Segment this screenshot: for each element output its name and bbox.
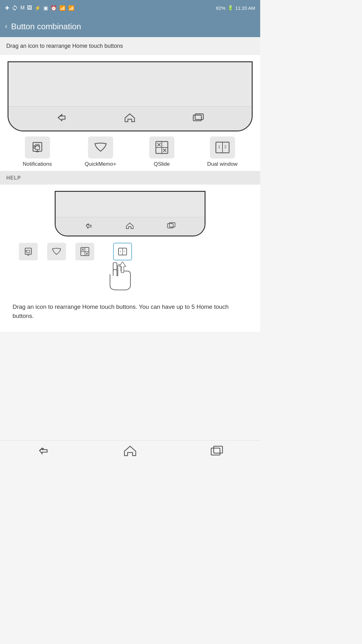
add-icon: ✚ bbox=[5, 5, 9, 11]
phone-buttons-bar bbox=[8, 106, 252, 130]
image-icon: 🖼 bbox=[27, 5, 32, 11]
bluetooth-icon: ⚡ bbox=[35, 5, 41, 11]
help-phone-mockup bbox=[6, 191, 254, 236]
help-content: 1 2 Drag an icon to rearrange Home touch… bbox=[0, 185, 260, 332]
qslide-item[interactable]: QSlide bbox=[149, 136, 174, 167]
nav-back-button[interactable] bbox=[36, 446, 50, 458]
help-phone-buttons-bar bbox=[56, 217, 205, 236]
help-quickmemo-icon bbox=[47, 243, 66, 260]
back-button[interactable]: ‹ bbox=[5, 22, 7, 31]
dualwindow-icon-box: 1 2 bbox=[210, 136, 235, 158]
qslide-icon-box bbox=[149, 136, 174, 158]
battery-percent: 82% bbox=[216, 5, 226, 11]
status-icons-right: 82% 🔋 11:20 AM bbox=[216, 5, 255, 11]
status-icons-left: ✚ M 🖼 ⚡ ▣ ⏰ 📶 📶 bbox=[5, 5, 74, 11]
quickmemo-label: QuickMemo+ bbox=[85, 161, 117, 167]
button-icons-strip: Notifications QuickMemo+ QSlide bbox=[0, 131, 260, 171]
help-phone-back-icon bbox=[84, 222, 93, 231]
dualwindow-item[interactable]: 1 2 Dual window bbox=[207, 136, 237, 167]
phone-back-icon bbox=[56, 113, 68, 125]
svg-text:2: 2 bbox=[123, 250, 125, 253]
help-dualwindow-icon: 1 2 bbox=[113, 243, 132, 260]
notifications-icon-box bbox=[25, 136, 50, 158]
phone-home-icon bbox=[124, 112, 136, 125]
notifications-svg bbox=[31, 141, 44, 154]
nav-home-button[interactable] bbox=[123, 445, 137, 458]
notifications-item[interactable]: Notifications bbox=[23, 136, 52, 167]
help-description-text: Drag an icon to rearrange Home touch but… bbox=[13, 303, 229, 319]
time-display: 11:20 AM bbox=[235, 5, 255, 11]
svg-rect-0 bbox=[193, 115, 201, 121]
alarm-icon: ⏰ bbox=[51, 5, 57, 11]
help-header: HELP bbox=[0, 171, 260, 185]
quickmemo-icon-box bbox=[88, 136, 113, 158]
svg-rect-15 bbox=[25, 248, 31, 254]
svg-rect-13 bbox=[167, 224, 173, 228]
svg-rect-26 bbox=[214, 446, 222, 453]
svg-rect-14 bbox=[169, 223, 175, 227]
help-phone-screen bbox=[56, 192, 205, 217]
quickmemo-item[interactable]: QuickMemo+ bbox=[85, 136, 117, 167]
phone-recent-icon bbox=[192, 113, 205, 125]
help-qslide-icon bbox=[75, 243, 94, 260]
help-phone-frame bbox=[55, 191, 206, 236]
svg-rect-1 bbox=[195, 114, 203, 119]
qslide-svg bbox=[155, 141, 169, 154]
dualwindow-label: Dual window bbox=[207, 161, 237, 167]
bottom-nav bbox=[0, 440, 260, 463]
help-description: Drag an icon to rearrange Home touch but… bbox=[6, 297, 254, 325]
dualwindow-svg: 1 2 bbox=[215, 141, 230, 154]
phone-frame bbox=[8, 61, 253, 131]
sync-icon bbox=[12, 5, 18, 11]
page-title: Button combination bbox=[11, 22, 81, 31]
wifi-icon: 📶 bbox=[59, 5, 66, 11]
phone-screen bbox=[8, 62, 252, 106]
svg-text:1: 1 bbox=[218, 145, 220, 149]
phone-mockup-area bbox=[0, 55, 260, 131]
quickmemo-svg bbox=[94, 142, 107, 153]
nfc-icon: ▣ bbox=[43, 5, 48, 11]
help-header-text: HELP bbox=[6, 175, 21, 180]
qslide-label: QSlide bbox=[154, 161, 170, 167]
nav-recent-button[interactable] bbox=[210, 446, 224, 458]
instruction-text: Drag an icon to rearrange Home touch but… bbox=[6, 43, 123, 49]
notifications-label: Notifications bbox=[23, 161, 52, 167]
hand-pointer-icon bbox=[104, 262, 141, 293]
instruction-bar: Drag an icon to rearrange Home touch but… bbox=[0, 37, 260, 55]
gmail-icon: M bbox=[20, 5, 25, 11]
help-phone-recent-icon bbox=[167, 222, 176, 231]
signal-icon: 📶 bbox=[68, 5, 74, 11]
status-bar: ✚ M 🖼 ⚡ ▣ ⏰ 📶 📶 82% 🔋 11:20 AM bbox=[0, 0, 260, 16]
help-phone-home-icon bbox=[125, 222, 134, 231]
help-notifications-icon bbox=[19, 243, 38, 260]
svg-text:2: 2 bbox=[224, 145, 227, 149]
svg-text:1: 1 bbox=[120, 250, 121, 253]
battery-icon: 🔋 bbox=[228, 5, 233, 11]
svg-rect-25 bbox=[211, 448, 220, 455]
toolbar: ‹ Button combination bbox=[0, 16, 260, 37]
